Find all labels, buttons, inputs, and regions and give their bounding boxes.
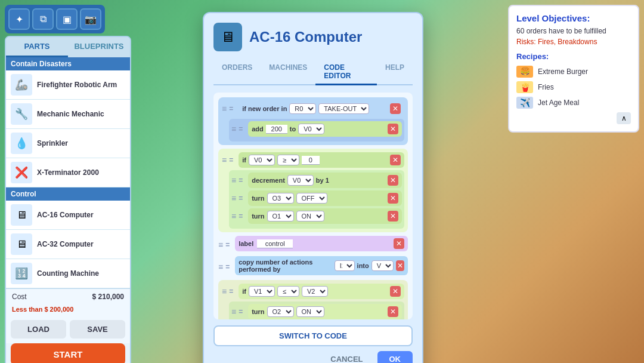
copy-keyword: copy number of actions performed by (239, 259, 332, 273)
switch-to-code-button[interactable]: SWITCH TO CODE (213, 325, 413, 346)
tab-help[interactable]: HELP (377, 60, 413, 85)
if-new-order-text: if new order in (242, 105, 287, 112)
sidebar-item-ac32[interactable]: 🖥 AC-32 Computer (6, 230, 130, 259)
if-v0-block: ≡ = if V0 ≥ ✕ ≡ = decrement V (218, 149, 408, 232)
delete-btn-4[interactable]: ✕ (388, 175, 398, 186)
on-select-1[interactable]: ON (296, 211, 324, 222)
cancel-button[interactable]: CANCEL (323, 351, 370, 363)
drag-handle-6[interactable]: ≡ (231, 211, 236, 221)
recipe-fries: 🍟 Fries (516, 81, 631, 93)
delete-btn-10[interactable]: ✕ (388, 306, 398, 317)
delete-btn-1[interactable]: ✕ (390, 103, 401, 114)
delete-btn-6[interactable]: ✕ (388, 211, 398, 222)
sidebar: PARTS BLUEPRINTS Contain Disasters 🦾 Fir… (5, 36, 131, 363)
label-keyword: label (239, 240, 253, 247)
sidebar-item-sprinkler[interactable]: 💧 Sprinkler (6, 129, 130, 158)
toolbar-copy-btn[interactable]: ⧉ (32, 8, 54, 30)
tab-machines[interactable]: MACHINES (261, 60, 315, 85)
take-out-select[interactable]: TAKE-OUT (318, 103, 369, 114)
v0-value-input[interactable] (302, 156, 320, 165)
tab-parts[interactable]: PARTS (6, 37, 68, 57)
turn-keyword-2: turn (252, 213, 264, 220)
delete-btn-7[interactable]: ✕ (394, 238, 404, 249)
delete-btn-2[interactable]: ✕ (388, 124, 398, 134)
o3-select[interactable]: O3 (267, 193, 294, 204)
o1-select[interactable]: O1 (267, 211, 294, 222)
copy-source-select[interactable]: I2 (335, 260, 355, 271)
turn-keyword-1: turn (252, 195, 264, 202)
burger-label: Extreme Burger (538, 67, 588, 76)
register-r0-select[interactable]: R0 (289, 103, 316, 114)
drag-handle-9[interactable]: ≡ (222, 287, 227, 296)
label-value-input[interactable] (257, 239, 293, 248)
delete-btn-3[interactable]: ✕ (390, 155, 401, 165)
equals-7: = (225, 241, 233, 249)
delete-btn-9[interactable]: ✕ (390, 286, 401, 297)
drag-handle-4[interactable]: ≡ (231, 176, 236, 185)
load-button[interactable]: LOAD (11, 320, 66, 339)
tab-blueprints[interactable]: BLUEPRINTS (68, 37, 130, 57)
drag-handle-2[interactable]: ≡ (231, 124, 236, 134)
sidebar-item-ac16[interactable]: 🖥 AC-16 Computer (6, 201, 130, 230)
on-select-2[interactable]: ON (296, 306, 324, 317)
tab-code-editor[interactable]: CODE EDITOR (315, 60, 377, 85)
burger-icon: 🍔 (516, 66, 533, 78)
equals-9: = (229, 287, 236, 296)
drag-handle-10[interactable]: ≡ (231, 307, 236, 316)
save-button[interactable]: SAVE (70, 320, 125, 339)
toolbar-select-btn[interactable]: ▣ (56, 8, 78, 30)
firefighter-icon: 🦾 (11, 74, 32, 96)
cost-value: $ 210,000 (92, 293, 124, 301)
objectives-title: Level Objectives: (516, 13, 631, 23)
sidebar-item-mechanic[interactable]: 🔧 Mechanic Mechanic (6, 100, 130, 129)
cost-row: Cost $ 210,000 (6, 288, 130, 304)
ok-button[interactable]: OK (377, 351, 413, 363)
drag-handle-5[interactable]: ≡ (231, 193, 236, 203)
toolbar-camera-btn[interactable]: 📷 (80, 8, 101, 30)
v2-select[interactable]: V2 (302, 286, 328, 297)
drag-handle-1[interactable]: ≡ (222, 104, 227, 113)
start-button[interactable]: START (11, 343, 125, 363)
fries-label: Fries (538, 83, 554, 91)
into-text: into (357, 262, 369, 269)
add-register-select[interactable]: V0 (298, 124, 324, 134)
tab-orders[interactable]: ORDERS (213, 60, 261, 85)
sidebar-action-buttons: LOAD SAVE (6, 315, 130, 343)
v1-select[interactable]: V1 (249, 286, 275, 297)
equals-8: = (225, 263, 233, 271)
off-select[interactable]: OFF (296, 193, 327, 204)
sidebar-item-firefighter[interactable]: 🦾 Firefighter Robotic Arm (6, 70, 130, 100)
if-new-order-cmd: if new order in R0 TAKE-OUT ✕ (239, 101, 404, 116)
by-text: by 1 (316, 177, 329, 184)
o2-select[interactable]: O2 (267, 306, 294, 317)
toolbar-move-btn[interactable]: ✦ (8, 8, 30, 30)
modal-header: 🖥 AC-16 Computer (213, 23, 413, 51)
turn-keyword-3: turn (252, 308, 264, 315)
sidebar-item-xterminator[interactable]: ❌ X-Terminator 2000 (6, 158, 130, 187)
delete-btn-5[interactable]: ✕ (388, 193, 398, 204)
add-amount-input[interactable] (266, 125, 287, 134)
decrement-register[interactable]: V0 (287, 175, 314, 186)
ac32-icon: 🖥 (11, 233, 32, 255)
sidebar-item-counting[interactable]: 🔢 Counting Machine (6, 259, 130, 288)
decrement-keyword: decrement (252, 177, 285, 184)
modal-machine-icon: 🖥 (213, 23, 242, 51)
lte-select[interactable]: ≤ (277, 286, 299, 297)
delete-btn-8[interactable]: ✕ (396, 260, 404, 271)
counting-icon: 🔢 (11, 263, 32, 284)
turn-o3-row: ≡ = turn O3 OFF ✕ (231, 190, 402, 206)
v0-select-1[interactable]: V0 (249, 155, 275, 165)
drag-handle-7[interactable]: ≡ (218, 240, 223, 250)
gte-select[interactable]: ≥ (277, 155, 299, 165)
fries-icon: 🍟 (516, 81, 533, 93)
mechanic-icon: 🔧 (11, 103, 32, 125)
ac32-label: AC-32 Computer (37, 240, 94, 248)
drag-handle-3[interactable]: ≡ (222, 155, 227, 165)
if-order-body: ≡ = add to V0 ✕ (229, 119, 404, 141)
modal-footer: SWITCH TO CODE CANCEL OK (213, 325, 413, 363)
section-header-contain: Contain Disasters (6, 57, 130, 70)
collapse-button[interactable]: ∧ (617, 112, 631, 124)
counting-label: Counting Machine (37, 269, 99, 278)
drag-handle-8[interactable]: ≡ (218, 262, 223, 272)
copy-dest-select[interactable]: V1 (371, 260, 394, 271)
